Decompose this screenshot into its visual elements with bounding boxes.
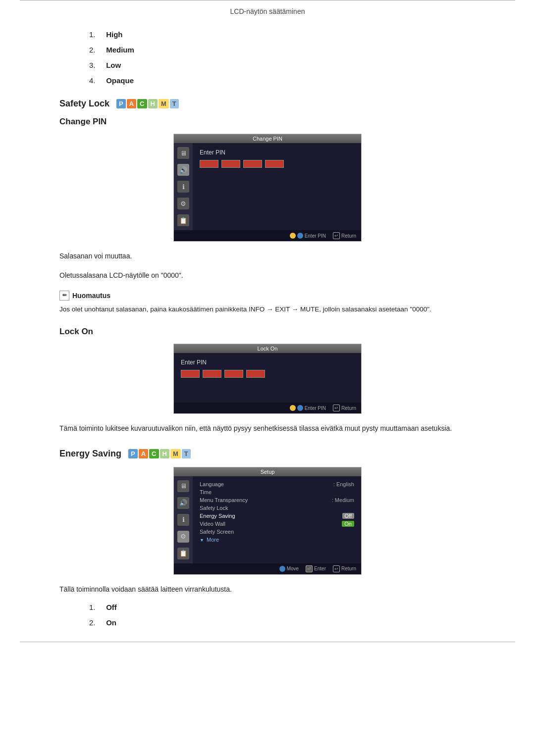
sidebar-icon-2: 🔊 xyxy=(177,164,189,176)
badge-h: H xyxy=(160,449,169,458)
sidebar-icon-3: ℹ xyxy=(177,181,189,193)
pin-box-1 xyxy=(200,160,218,168)
setup-screen-body: 🖥 🔊 ℹ ⚙ 📋 Language : English Time Menu T… xyxy=(174,476,361,563)
enter-pin-label: Enter PIN xyxy=(200,149,354,156)
badge-c: C xyxy=(149,449,159,458)
desc1: Salasanan voi muuttaa. xyxy=(59,251,476,262)
screen-footer: Enter PIN ↩ Return xyxy=(174,230,361,241)
badge-p: P xyxy=(116,99,126,108)
energy-saving-title: Energy Saving P A C H M T xyxy=(59,449,476,459)
btn-move-icon xyxy=(279,566,285,572)
pin-box-4 xyxy=(265,160,284,168)
menu-row-language: Language : English xyxy=(200,480,354,488)
btn-return-icon: ↩ xyxy=(333,232,340,239)
setup-sidebar-icon-3: ℹ xyxy=(177,514,189,526)
setup-sidebar-icon-5: 📋 xyxy=(177,548,189,559)
lock-pin-box-3 xyxy=(224,370,243,378)
pin-boxes xyxy=(200,160,354,168)
menu-row-video-wall: Video Wall On xyxy=(200,520,354,528)
menu-row-energy-saving: Energy Saving Off xyxy=(200,512,354,520)
change-pin-screen: Change PIN 🖥 🔊 ℹ ⚙ 📋 Enter PIN xyxy=(173,134,362,242)
desc2: Oletussalasana LCD-näytölle on "0000". xyxy=(59,270,476,281)
badge-p: P xyxy=(128,449,138,458)
menu-row-time: Time xyxy=(200,488,354,496)
btn-circle-blue xyxy=(297,405,303,411)
lock-screen-footer: Enter PIN ↩ Return xyxy=(174,403,361,413)
setup-title-bar: Setup xyxy=(174,467,361,476)
lock-footer-enter-btn: Enter PIN xyxy=(290,405,326,411)
change-pin-title: Change PIN xyxy=(59,117,476,127)
setup-sidebar-icon-4: ⚙ xyxy=(177,531,189,543)
list-item: 4. Opaque xyxy=(89,76,476,85)
note-icon: ✏ Huomautus xyxy=(59,290,110,301)
footer-enter-btn: Enter PIN xyxy=(290,233,326,239)
setup-footer-move: Move xyxy=(279,566,299,572)
lock-pin-box-2 xyxy=(203,370,221,378)
screen-main: Enter PIN xyxy=(193,143,361,230)
pin-box-3 xyxy=(243,160,262,168)
safety-lock-badges: P A C H M T xyxy=(116,99,179,108)
sidebar-icon-4: ⚙ xyxy=(177,198,189,209)
btn-circle-yellow xyxy=(290,405,296,411)
lock-pin-label: Enter PIN xyxy=(181,359,354,366)
screen-sidebar: 🖥 🔊 ℹ ⚙ 📋 xyxy=(174,143,193,230)
note-tip: Jos olet unohtanut salasanan, paina kauk… xyxy=(59,304,476,315)
more-row: ▼ More xyxy=(200,536,354,544)
screen-title-bar: Change PIN xyxy=(174,134,361,143)
setup-sidebar-icon-1: 🖥 xyxy=(177,480,189,492)
pin-box-2 xyxy=(221,160,240,168)
badge-t: T xyxy=(182,449,191,458)
list-item-on: 2. On xyxy=(89,618,476,627)
list-item: 1. High xyxy=(89,30,476,39)
setup-sidebar: 🖥 🔊 ℹ ⚙ 📋 xyxy=(174,476,193,563)
setup-sidebar-icon-2: 🔊 xyxy=(177,497,189,509)
badge-c: C xyxy=(137,99,147,108)
video-wall-on-val: On xyxy=(342,521,354,527)
lock-footer-return-btn: ↩ Return xyxy=(333,404,356,411)
note-block: Salasanan voi muuttaa. Oletussalasana LC… xyxy=(59,251,476,315)
menu-row-safety-screen: Safety Screen xyxy=(200,528,354,536)
btn-circle-blue xyxy=(297,233,303,239)
badge-h: H xyxy=(148,99,158,108)
lock-pin-box-1 xyxy=(181,370,200,378)
screen-body: 🖥 🔊 ℹ ⚙ 📋 Enter PIN xyxy=(174,143,361,230)
lock-pin-box-4 xyxy=(246,370,265,378)
lock-pin-boxes xyxy=(181,370,354,378)
bottom-border xyxy=(20,642,515,642)
energy-saving-desc: Tällä toiminnolla voidaan säätää laittee… xyxy=(59,584,476,595)
energy-saving-off-val: Off xyxy=(342,513,354,519)
btn-enter-icon: ⏎ xyxy=(306,565,313,572)
badge-m: M xyxy=(159,99,169,108)
menu-row-transparency: Menu Transparency : Medium xyxy=(200,496,354,504)
sidebar-icon-5: 📋 xyxy=(177,214,189,226)
energy-saving-list: 1. Off 2. On xyxy=(89,603,476,627)
menu-row-safety-lock: Safety Lock xyxy=(200,504,354,512)
badge-m: M xyxy=(170,449,181,458)
energy-saving-screen: Setup 🖥 🔊 ℹ ⚙ 📋 Language : English Time xyxy=(173,467,362,575)
btn-circle-yellow xyxy=(290,233,296,239)
page-header: LCD-näytön säätäminen xyxy=(20,0,515,15)
opacity-list: 1. High 2. Medium 3. Low 4. Opaque xyxy=(89,30,476,85)
btn-return-icon: ↩ xyxy=(333,404,340,411)
setup-menu: Language : English Time Menu Transparenc… xyxy=(193,476,361,563)
energy-saving-badges: P A C H M T xyxy=(128,449,191,458)
lock-on-title-bar: Lock On xyxy=(174,344,361,353)
btn-return-icon: ↩ xyxy=(333,565,340,572)
badge-a: A xyxy=(139,449,148,458)
badge-a: A xyxy=(127,99,136,108)
list-item-off: 1. Off xyxy=(89,603,476,611)
lock-on-title: Lock On xyxy=(59,327,476,337)
list-item: 3. Low xyxy=(89,61,476,69)
badge-t: T xyxy=(170,99,179,108)
sidebar-icon-1: 🖥 xyxy=(177,147,189,159)
setup-footer-enter: ⏎ Enter xyxy=(306,565,326,572)
page-title: LCD-näytön säätäminen xyxy=(230,7,305,15)
lock-screen-body: Enter PIN xyxy=(174,353,361,403)
arrow-down-icon: ▼ xyxy=(200,538,204,543)
footer-return-btn: ↩ Return xyxy=(333,232,356,239)
safety-lock-title: Safety Lock P A C H M T xyxy=(59,99,476,109)
note-icon-box: ✏ xyxy=(59,291,69,301)
lock-on-desc: Tämä toiminto lukitsee kuvaruutuvalikon … xyxy=(59,423,476,434)
lock-on-screen: Lock On Enter PIN Enter PIN ↩ Return xyxy=(173,344,362,414)
setup-footer-return: ↩ Return xyxy=(333,565,356,572)
